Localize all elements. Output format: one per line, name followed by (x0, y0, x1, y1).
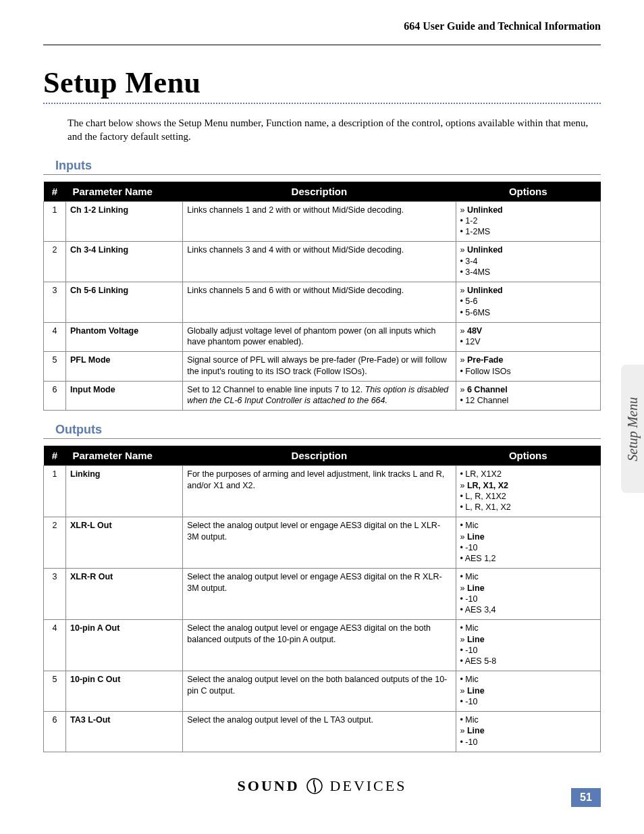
section-heading: Outputs (55, 423, 601, 437)
option-list: LR, X1X2LR, X1, X2L, R, X1X2L, R, X1, X2 (460, 469, 597, 513)
cell-num: 2 (44, 242, 66, 282)
footer-logo: SOUND DEVICES (43, 777, 601, 795)
option-item: -10 (460, 645, 597, 656)
option-list: MicLine-10 (460, 714, 597, 748)
cell-param: Ch 1-2 Linking (66, 201, 183, 242)
cell-desc: Set to 12 Channel to enable line inputs … (183, 381, 456, 411)
cell-num: 6 (44, 712, 66, 752)
col-param: Parameter Name (66, 446, 183, 466)
cell-num: 4 (44, 620, 66, 671)
cell-options: Unlinked5-65-6MS (456, 282, 601, 323)
cell-param: 10-pin A Out (66, 620, 183, 671)
option-list: MicLine-10AES 3,4 (460, 571, 597, 615)
title-underline (43, 103, 601, 104)
cell-num: 1 (44, 466, 66, 517)
table-row: 4Phantom VoltageGlobally adjust voltage … (44, 322, 601, 352)
table-row: 410-pin A OutSelect the analog output le… (44, 620, 601, 671)
cell-param: XLR-R Out (66, 569, 183, 620)
cell-param: PFL Mode (66, 352, 183, 382)
cell-param: 10-pin C Out (66, 671, 183, 712)
cell-options: LR, X1X2LR, X1, X2L, R, X1X2L, R, X1, X2 (456, 466, 601, 517)
option-item: 1-2 (460, 215, 597, 226)
option-default: Line (460, 583, 597, 594)
col-desc: Description (183, 182, 456, 202)
table-row: 1LinkingFor the purposes of arming and l… (44, 466, 601, 517)
option-list: MicLine-10AES 1,2 (460, 520, 597, 564)
cell-param: TA3 L-Out (66, 712, 183, 752)
option-item: AES 3,4 (460, 604, 597, 615)
cell-options: Pre-FadeFollow ISOs (456, 352, 601, 382)
cell-num: 1 (44, 201, 66, 242)
option-list: Unlinked1-21-2MS (460, 205, 597, 238)
option-item: Follow ISOs (460, 366, 597, 377)
option-default: Line (460, 685, 597, 696)
option-item: 12V (460, 336, 597, 347)
cell-num: 3 (44, 569, 66, 620)
cell-desc: Select the analog output level of the L … (183, 712, 456, 752)
option-default: 48V (460, 325, 597, 336)
option-item: -10 (460, 594, 597, 604)
cell-num: 6 (44, 381, 66, 411)
option-item: AES 5-8 (460, 656, 597, 667)
table-row: 2Ch 3-4 LinkingLinks channels 3 and 4 wi… (44, 242, 601, 282)
cell-num: 2 (44, 517, 66, 569)
option-item: Mic (460, 714, 597, 725)
cell-options: MicLine-10AES 1,2 (456, 517, 601, 569)
option-default: Line (460, 634, 597, 645)
option-item: Mic (460, 623, 597, 633)
col-param: Parameter Name (66, 182, 183, 202)
param-table: #Parameter NameDescriptionOptions1Ch 1-2… (43, 182, 601, 411)
option-list: MicLine-10AES 5-8 (460, 623, 597, 667)
cell-options: Unlinked1-21-2MS (456, 201, 601, 242)
col-desc: Description (183, 446, 456, 466)
option-item: -10 (460, 542, 597, 553)
table-row: 1Ch 1-2 LinkingLinks channels 1 and 2 wi… (44, 201, 601, 242)
cell-options: MicLine-10AES 3,4 (456, 569, 601, 620)
cell-options: MicLine-10 (456, 712, 601, 752)
cell-options: MicLine-10AES 5-8 (456, 620, 601, 671)
option-default: Line (460, 725, 597, 736)
footer-logo-left: SOUND (238, 777, 300, 794)
cell-desc: Select the analog output level on the bo… (183, 671, 456, 712)
cell-options: 48V12V (456, 322, 601, 352)
col-opts: Options (456, 446, 601, 466)
logo-icon (306, 777, 323, 795)
cell-desc: Links channels 3 and 4 with or without M… (183, 242, 456, 282)
col-opts: Options (456, 182, 601, 202)
cell-param: Ch 3-4 Linking (66, 242, 183, 282)
cell-options: 6 Channel12 Channel (456, 381, 601, 411)
cell-param: Linking (66, 466, 183, 517)
cell-desc: For the purposes of arming and level adj… (183, 466, 456, 517)
option-item: -10 (460, 696, 597, 707)
option-default: Pre-Fade (460, 355, 597, 365)
option-item: L, R, X1X2 (460, 491, 597, 502)
table-row: 6TA3 L-OutSelect the analog output level… (44, 712, 601, 752)
section-heading: Inputs (55, 159, 601, 173)
option-default: 6 Channel (460, 384, 597, 395)
cell-desc: Select the analog output level or engage… (183, 620, 456, 671)
param-table: #Parameter NameDescriptionOptions1Linkin… (43, 446, 601, 752)
cell-desc: Select the analog output level or engage… (183, 569, 456, 620)
cell-param: Ch 5-6 Linking (66, 282, 183, 323)
running-head: 664 User Guide and Technical Information (43, 20, 601, 32)
table-row: 510-pin C OutSelect the analog output le… (44, 671, 601, 712)
option-item: Mic (460, 520, 597, 531)
side-tab: Setup Menu (621, 365, 644, 493)
page: 664 User Guide and Technical Information… (0, 0, 644, 834)
cell-param: Phantom Voltage (66, 322, 183, 352)
option-list: Unlinked5-65-6MS (460, 285, 597, 318)
table-row: 5PFL ModeSignal source of PFL will alway… (44, 352, 601, 382)
option-item: 1-2MS (460, 226, 597, 237)
cell-param: Input Mode (66, 381, 183, 411)
option-item: 3-4MS (460, 267, 597, 278)
cell-num: 5 (44, 352, 66, 382)
table-row: 2XLR-L OutSelect the analog output level… (44, 517, 601, 569)
option-item: LR, X1X2 (460, 469, 597, 479)
page-title: Setup Menu (43, 66, 601, 100)
sections: Inputs#Parameter NameDescriptionOptions1… (43, 159, 601, 752)
option-item: AES 1,2 (460, 553, 597, 564)
option-item: Mic (460, 571, 597, 582)
option-list: 48V12V (460, 325, 597, 348)
option-item: L, R, X1, X2 (460, 502, 597, 513)
option-list: 6 Channel12 Channel (460, 384, 597, 407)
